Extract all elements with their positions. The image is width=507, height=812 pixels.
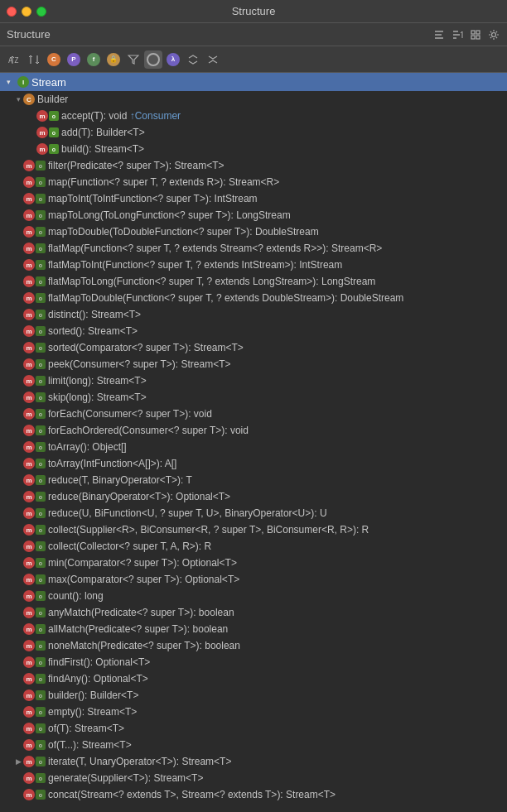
lock-filter-button[interactable]: 🔒 (104, 50, 123, 69)
svg-text:Z: Z (14, 56, 19, 65)
method-flatMap[interactable]: m o flatMap(Function<? super T, ? extend… (0, 240, 507, 257)
override-icon: o (36, 475, 46, 485)
class-filter-button[interactable]: C (45, 50, 63, 69)
method-sorted-comparator[interactable]: m o sorted(Comparator<? super T>): Strea… (0, 339, 507, 356)
method-toArray-fn[interactable]: m o toArray(IntFunction<A[]>): A[] (0, 455, 507, 472)
collapse-all-button[interactable] (204, 50, 222, 69)
method-count[interactable]: m o count(): long (0, 588, 507, 604)
method-text: mapToInt(ToIntFunction<? super T>): IntS… (48, 193, 258, 204)
method-text: reduce(T, BinaryOperator<T>): T (48, 474, 192, 486)
circle-filter-button[interactable] (144, 50, 162, 69)
expand-all-button[interactable] (184, 50, 202, 69)
method-mapToLong[interactable]: m o mapToLong(ToLongFunction<? super T>)… (0, 207, 507, 223)
method-collect-collector[interactable]: m o collect(Collector<? super T, A, R>):… (0, 538, 507, 555)
method-iterate[interactable]: ▶ m o iterate(T, UnaryOperator<T>): Stre… (0, 753, 507, 770)
method-flatMapToDouble[interactable]: m o flatMapToDouble(Function<? super T, … (0, 290, 507, 306)
override-icon: o (36, 343, 46, 353)
method-concat[interactable]: m o concat(Stream<? extends T>, Stream<?… (0, 786, 507, 803)
filter-button[interactable] (124, 50, 142, 69)
method-icon: m (23, 574, 35, 585)
method-icon: m (23, 392, 35, 403)
close-button[interactable] (7, 7, 17, 17)
method-map[interactable]: m o map(Function<? super T, ? extends R>… (0, 174, 507, 190)
method-text: accept(T): void ↑Consumer (61, 110, 181, 122)
override-icon: o (36, 574, 46, 584)
sort-alpha-button[interactable]: A Z (5, 50, 23, 69)
method-anyMatch[interactable]: m o anyMatch(Predicate<? super T>): bool… (0, 604, 507, 621)
maximize-button[interactable] (36, 7, 46, 17)
method-forEachOrdered[interactable]: m o forEachOrdered(Consumer<? super T>):… (0, 422, 507, 439)
method-peek[interactable]: m o peek(Consumer<? super T>): Stream<T> (0, 356, 507, 372)
method-builder[interactable]: m o builder(): Builder<T> (0, 687, 507, 704)
method-sorted[interactable]: m o sorted(): Stream<T> (0, 323, 507, 339)
view-icon[interactable] (469, 28, 482, 41)
method-allMatch[interactable]: m o allMatch(Predicate<? super T>): bool… (0, 621, 507, 637)
method-empty[interactable]: m o empty(): Stream<T> (0, 704, 507, 720)
method-skip[interactable]: m o skip(long): Stream<T> (0, 389, 507, 406)
method-icon: m (23, 474, 35, 486)
method-distinct[interactable]: m o distinct(): Stream<T> (0, 306, 507, 323)
method-findFirst[interactable]: m o findFirst(): Optional<T> (0, 654, 507, 670)
method-filter[interactable]: m o filter(Predicate<? super T>): Stream… (0, 157, 507, 174)
method-accept[interactable]: m o accept(T): void ↑Consumer (0, 108, 507, 124)
method-icon: m (23, 193, 35, 204)
method-collect-supplier[interactable]: m o collect(Supplier<R>, BiConsumer<R, ?… (0, 521, 507, 538)
sort-order-button[interactable] (25, 50, 43, 69)
method-mapToDouble[interactable]: m o mapToDouble(ToDoubleFunction<? super… (0, 223, 507, 240)
settings-icon[interactable] (487, 28, 500, 41)
method-min[interactable]: m o min(Comparator<? super T>): Optional… (0, 555, 507, 571)
method-toArray[interactable]: m o toArray(): Object[] (0, 439, 507, 455)
builder-class-icon: C (23, 94, 35, 105)
method-of-t[interactable]: m o of(T): Stream<T> (0, 720, 507, 737)
method-build[interactable]: m o build(): Stream<T> (0, 141, 507, 157)
method-text: count(): long (48, 590, 104, 602)
sort-icon[interactable] (451, 28, 464, 41)
svg-rect-6 (471, 31, 475, 34)
method-icon: m (23, 160, 35, 171)
method-icon: m (23, 209, 35, 221)
method-reduce-t[interactable]: m o reduce(T, BinaryOperator<T>): T (0, 472, 507, 488)
override-icon: o (36, 210, 46, 220)
method-limit[interactable]: m o limit(long): Stream<T> (0, 372, 507, 389)
method-findAny[interactable]: m o findAny(): Optional<T> (0, 670, 507, 687)
method-icon: m (23, 309, 35, 320)
method-flatMapToLong[interactable]: m o flatMapToLong(Function<? super T, ? … (0, 273, 507, 290)
property-filter-button[interactable]: P (65, 50, 83, 69)
method-icon: m (23, 756, 35, 767)
svg-rect-8 (471, 36, 475, 39)
stream-expand-arrow[interactable]: ▾ (3, 77, 13, 87)
method-icon: m (23, 358, 35, 370)
method-icon: m (36, 143, 48, 155)
method-text: reduce(BinaryOperator<T>): Optional<T> (48, 491, 230, 502)
method-add[interactable]: m o add(T): Builder<T> (0, 124, 507, 141)
method-reduce-u[interactable]: m o reduce(U, BiFunction<U, ? super T, U… (0, 505, 507, 521)
lambda-filter-button[interactable]: λ (164, 50, 182, 69)
align-icon[interactable] (432, 28, 446, 41)
override-icon: o (36, 177, 46, 187)
iterate-expand-arrow[interactable]: ▶ (13, 757, 23, 766)
minimize-button[interactable] (22, 7, 31, 17)
method-generate[interactable]: m o generate(Supplier<T>): Stream<T> (0, 770, 507, 786)
method-icon: m (23, 524, 35, 536)
method-text: sorted(Comparator<? super T>): Stream<T> (48, 342, 244, 353)
override-icon: o (36, 690, 46, 700)
method-text: add(T): Builder<T> (61, 127, 145, 138)
method-reduce-opt[interactable]: m o reduce(BinaryOperator<T>): Optional<… (0, 488, 507, 505)
method-forEach[interactable]: m o forEach(Consumer<? super T>): void (0, 406, 507, 422)
builder-expand-arrow[interactable]: ▾ (13, 94, 23, 104)
stream-node[interactable]: ▾ I Stream (0, 73, 507, 91)
method-icon: m (23, 458, 35, 469)
override-icon: o (36, 409, 46, 419)
function-filter-button[interactable]: f (84, 50, 103, 69)
method-max[interactable]: m o max(Comparator<? super T>): Optional… (0, 571, 507, 588)
method-mapToInt[interactable]: m o mapToInt(ToIntFunction<? super T>): … (0, 190, 507, 207)
builder-node[interactable]: ▾ C Builder (0, 91, 507, 108)
method-noneMatch[interactable]: m o noneMatch(Predicate<? super T>): boo… (0, 637, 507, 654)
override-icon: o (36, 276, 46, 286)
header-icons (432, 28, 500, 41)
method-flatMapToInt[interactable]: m o flatMapToInt(Function<? super T, ? e… (0, 257, 507, 273)
method-text: concat(Stream<? extends T>, Stream<? ext… (48, 789, 336, 800)
method-of-varargs[interactable]: m o of(T...): Stream<T> (0, 737, 507, 753)
method-text: filter(Predicate<? super T>): Stream<T> (48, 160, 225, 171)
override-icon: o (49, 127, 59, 137)
